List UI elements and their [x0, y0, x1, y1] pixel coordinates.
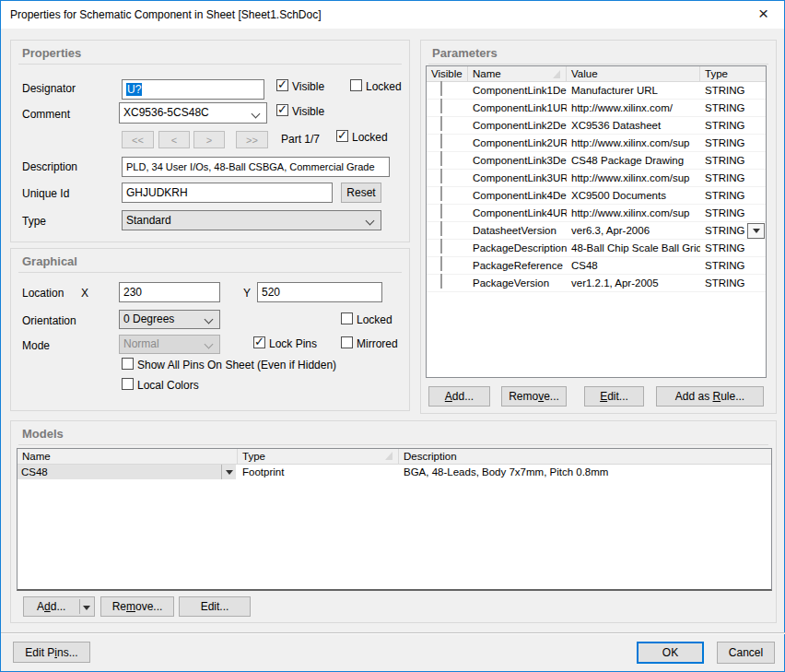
visible-checkbox[interactable] — [440, 274, 442, 289]
models-table: Name Type Description CS48 Footprint BGA… — [17, 448, 772, 591]
models-remove-button[interactable]: Remove... — [100, 596, 174, 617]
comment-visible-label: Visible — [292, 105, 324, 118]
ok-button[interactable]: OK — [637, 642, 704, 664]
part-locked-checkbox[interactable] — [336, 130, 348, 142]
show-all-pins-checkbox[interactable] — [122, 358, 134, 370]
models-add-button[interactable]: Add... — [23, 596, 95, 617]
designator-visible-checkbox[interactable] — [276, 79, 288, 91]
dropdown-button[interactable] — [221, 465, 236, 479]
models-edit-button[interactable]: Edit... — [179, 596, 251, 617]
parameters-add-button[interactable]: Add... — [428, 386, 490, 407]
cancel-button[interactable]: Cancel — [717, 642, 775, 664]
description-label: Description — [22, 160, 77, 173]
graphical-locked-checkbox[interactable] — [341, 312, 353, 324]
reset-button[interactable]: Reset — [341, 183, 381, 203]
parameters-table: Visible Name Value Type ComponentLink1De… — [426, 65, 767, 378]
models-table-header[interactable]: Name Type Description — [18, 449, 771, 465]
parameter-row[interactable]: PackageVersion ver1.2.1, Apr-2005 STRING — [427, 275, 766, 292]
orientation-label: Orientation — [22, 314, 76, 327]
designator-label: Designator — [22, 82, 76, 95]
models-group: Models Name Type Description CS48 Footpr… — [10, 420, 777, 623]
column-header-name[interactable]: Name — [468, 66, 567, 81]
orientation-value: 0 Degrees — [123, 312, 174, 325]
visible-checkbox[interactable] — [440, 134, 442, 148]
visible-checkbox[interactable] — [440, 81, 442, 96]
parameter-row[interactable]: ComponentLink3UR http://www.xilinx.com/s… — [427, 170, 766, 187]
mirrored-checkbox[interactable] — [341, 336, 353, 348]
unique-id-input[interactable]: GHJUDKRH — [122, 183, 333, 203]
graphical-group: Graphical Location X 230 Y 520 Orientati… — [10, 248, 410, 411]
parameter-row[interactable]: DatasheetVersion ver6.3, Apr-2006 STRING — [427, 222, 766, 240]
designator-locked-label: Locked — [366, 80, 402, 93]
edit-pins-button[interactable]: Edit Pins... — [13, 642, 90, 663]
location-x-label: X — [81, 287, 88, 300]
model-name-combobox[interactable]: CS48 — [18, 465, 236, 479]
parameter-row[interactable]: ComponentLink2UR http://www.xilinx.com/s… — [427, 135, 766, 152]
parameter-row[interactable]: ComponentLink4De XC9500 Documents STRING — [427, 187, 766, 205]
parameter-row[interactable]: ComponentLink1UR http://www.xilinx.com/ … — [427, 100, 766, 117]
visible-checkbox[interactable] — [440, 256, 442, 271]
parameter-row[interactable]: PackageReference CS48 STRING — [427, 257, 766, 275]
visible-checkbox[interactable] — [440, 239, 442, 253]
column-header-visible[interactable]: Visible — [427, 66, 468, 81]
mode-label: Mode — [22, 339, 50, 352]
close-button[interactable]: × — [743, 1, 784, 29]
designator-locked-checkbox[interactable] — [350, 79, 362, 91]
type-combobox[interactable]: Standard — [122, 210, 381, 230]
column-header-name[interactable]: Name — [18, 449, 238, 464]
group-rule — [18, 272, 402, 273]
visible-checkbox[interactable] — [440, 169, 442, 183]
orientation-combobox[interactable]: 0 Degrees — [119, 310, 220, 329]
part-next-button[interactable]: > — [193, 131, 225, 148]
chevron-down-icon — [366, 217, 375, 226]
part-count-label: Part 1/7 — [281, 133, 320, 146]
parameter-row[interactable]: PackageDescription 48-Ball Chip Scale Ba… — [427, 240, 766, 257]
row-dropdown-button[interactable] — [747, 223, 765, 239]
location-x-input[interactable]: 230 — [119, 282, 220, 302]
visible-checkbox[interactable] — [440, 186, 442, 201]
parameter-row[interactable]: ComponentLink2De XC9536 Datasheet STRING — [427, 117, 766, 135]
sort-ascending-icon — [553, 70, 560, 78]
designator-input[interactable]: U? — [122, 79, 264, 100]
dropdown-arrow-icon — [226, 470, 233, 475]
column-header-type[interactable]: Type — [700, 66, 766, 81]
chevron-down-icon — [205, 315, 214, 324]
parameters-table-header[interactable]: Visible Name Value Type — [427, 66, 766, 82]
designator-visible-label: Visible — [292, 80, 324, 93]
parameter-row[interactable]: ComponentLink1De Manufacturer URL STRING — [427, 82, 766, 100]
part-first-button[interactable]: << — [122, 131, 154, 148]
model-row[interactable]: CS48 Footprint BGA, 48-Leads, Body 7x7mm… — [18, 465, 771, 480]
comment-visible-checkbox[interactable] — [276, 104, 288, 116]
add-as-rule-button[interactable]: Add as Rule... — [656, 386, 764, 407]
part-prev-button[interactable]: < — [158, 131, 190, 148]
properties-group: Properties Designator U? Visible Locked … — [10, 40, 410, 242]
dropdown-arrow-icon[interactable] — [83, 606, 90, 610]
visible-checkbox[interactable] — [440, 116, 442, 131]
type-label: Type — [22, 215, 46, 228]
model-name-value: CS48 — [21, 466, 48, 477]
location-y-input[interactable]: 520 — [257, 282, 382, 302]
parameter-row[interactable]: ComponentLink3De CS48 Package Drawing ST… — [427, 152, 766, 170]
split-button-divider — [79, 599, 80, 614]
location-label: Location — [22, 287, 64, 300]
comment-combobox[interactable]: XC9536-5CS48C — [119, 102, 267, 124]
chevron-down-icon — [252, 110, 261, 119]
lock-pins-label: Lock Pins — [269, 337, 317, 350]
local-colors-checkbox[interactable] — [122, 378, 134, 390]
lock-pins-checkbox[interactable] — [253, 336, 265, 348]
part-last-button[interactable]: >> — [236, 131, 268, 148]
parameters-edit-button[interactable]: Edit... — [584, 386, 644, 407]
local-colors-label: Local Colors — [137, 379, 199, 392]
visible-checkbox[interactable] — [440, 151, 442, 166]
column-header-description[interactable]: Description — [399, 449, 771, 464]
designator-selected-text: U? — [126, 83, 142, 96]
description-input[interactable]: PLD, 34 User I/Os, 48-Ball CSBGA, Commer… — [122, 157, 390, 177]
visible-checkbox[interactable] — [440, 221, 442, 236]
parameters-remove-button[interactable]: Remove... — [501, 386, 567, 407]
parameter-row[interactable]: ComponentLink4UR http://www.xilinx.com/s… — [427, 205, 766, 222]
visible-checkbox[interactable] — [440, 204, 442, 218]
column-header-value[interactable]: Value — [567, 66, 700, 81]
visible-checkbox[interactable] — [440, 99, 442, 113]
column-header-type[interactable]: Type — [238, 449, 399, 464]
part-locked-label: Locked — [352, 131, 388, 144]
